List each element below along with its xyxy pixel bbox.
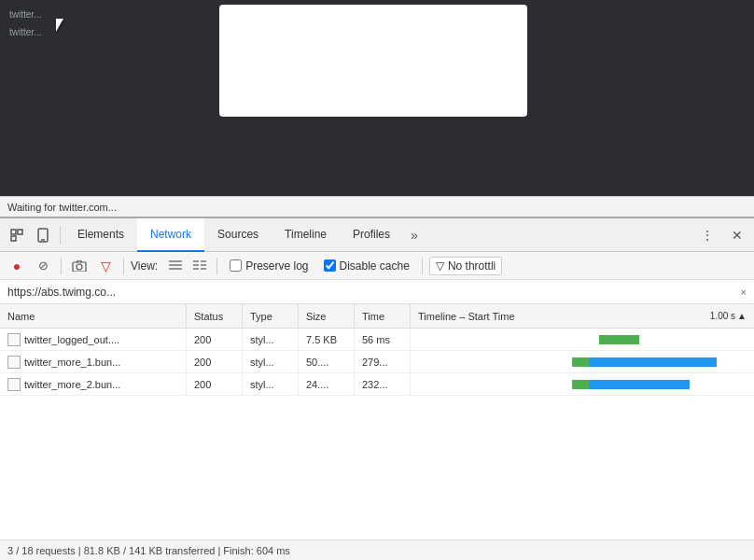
cell-time-2: 279... <box>355 351 411 372</box>
list-view-button[interactable] <box>165 256 186 276</box>
camera-button[interactable] <box>68 255 91 277</box>
tab-network[interactable]: Network <box>137 218 204 252</box>
cell-name-3: twitter_more_2.bun... <box>0 373 187 395</box>
devtools-right-controls: ⋮ ✕ <box>694 222 750 248</box>
file-icon-2 <box>7 356 21 369</box>
svg-rect-2 <box>11 236 16 241</box>
table-header-row: Name Status Type Size Time Timeline – St… <box>0 304 754 329</box>
cell-status-3: 200 <box>187 373 243 395</box>
cell-type-2: styl... <box>243 351 299 372</box>
throttle-dropdown[interactable]: ▽ No throttli <box>429 257 502 275</box>
browser-viewport: twitter... twitter... <box>0 0 754 196</box>
url-close-button[interactable]: × <box>741 287 747 298</box>
cell-timeline-1 <box>411 329 754 350</box>
cell-size-2: 50.... <box>299 351 355 372</box>
devtools-close-button[interactable]: ✕ <box>724 222 750 248</box>
cell-type-1: styl... <box>243 329 299 350</box>
watermark: ☆ Java基基 <box>684 519 745 534</box>
watermark-text: Java基基 <box>703 520 745 534</box>
toolbar-divider-2 <box>123 258 124 274</box>
toolbar-divider-4 <box>422 258 423 274</box>
cell-timeline-2 <box>411 351 754 372</box>
mobile-view-button[interactable] <box>30 222 56 248</box>
cell-time-3: 232... <box>355 373 411 395</box>
cell-size-1: 7.5 KB <box>299 329 355 350</box>
cell-status-2: 200 <box>187 351 243 372</box>
tab-profiles[interactable]: Profiles <box>340 218 403 252</box>
cell-time-1: 56 ms <box>355 329 411 350</box>
url-text: https://abs.twimg.co... <box>7 286 735 299</box>
toolbar-divider-3 <box>216 258 217 274</box>
browser-status-bar: Waiting for twitter.com... <box>0 196 754 217</box>
cell-name-1: twitter_logged_out.... <box>0 329 187 350</box>
cell-status-1: 200 <box>187 329 243 350</box>
cell-size-3: 24.... <box>299 373 355 395</box>
url-filter-bar: https://abs.twimg.co... × <box>0 280 754 304</box>
detail-view-button[interactable] <box>189 256 210 276</box>
tab-elements[interactable]: Elements <box>64 218 137 252</box>
network-status-footer: 3 / 18 requests | 81.8 KB / 141 KB trans… <box>0 539 754 560</box>
file-icon-1 <box>7 333 21 346</box>
svg-point-6 <box>77 264 82 270</box>
tab-timeline[interactable]: Timeline <box>272 218 340 252</box>
stop-button[interactable]: ⊘ <box>32 255 54 277</box>
table-row[interactable]: twitter_logged_out.... 200 styl... 7.5 K… <box>0 329 754 351</box>
tab-sources[interactable]: Sources <box>204 218 272 252</box>
footer-text: 3 / 18 requests | 81.8 KB / 141 KB trans… <box>7 545 290 556</box>
popup-modal <box>219 5 527 117</box>
table-row[interactable]: twitter_more_2.bun... 200 styl... 24....… <box>0 373 754 396</box>
col-header-timeline: Timeline – Start Time 1.00 s ▲ <box>411 304 754 328</box>
col-header-type: Type <box>243 304 299 328</box>
network-toolbar: ● ⊘ ▽ View: <box>0 252 754 280</box>
more-tabs-button[interactable]: » <box>403 218 426 252</box>
table-empty-area <box>0 396 754 539</box>
inspect-element-button[interactable] <box>4 222 30 248</box>
table-row[interactable]: twitter_more_1.bun... 200 styl... 50....… <box>0 351 754 373</box>
col-header-status: Status <box>187 304 243 328</box>
cell-timeline-3 <box>411 373 754 395</box>
browser-background-text: twitter... twitter... <box>9 9 41 37</box>
watermark-icon: ☆ <box>684 519 699 534</box>
devtools-menu-button[interactable]: ⋮ <box>694 222 720 248</box>
network-requests-table: Name Status Type Size Time Timeline – St… <box>0 304 754 539</box>
col-header-name: Name <box>0 304 187 328</box>
file-icon-3 <box>7 378 21 391</box>
status-text: Waiting for twitter.com... <box>7 202 117 213</box>
col-header-time: Time <box>355 304 411 328</box>
cell-type-3: styl... <box>243 373 299 395</box>
col-header-size: Size <box>299 304 355 328</box>
sort-arrow-icon: ▲ <box>737 311 747 321</box>
record-button[interactable]: ● <box>6 255 28 277</box>
svg-rect-1 <box>18 230 22 234</box>
toolbar-divider-1 <box>61 258 62 274</box>
devtools-tab-bar: Elements Network Sources Timeline Profil… <box>0 218 754 252</box>
preserve-log-checkbox[interactable]: Preserve log <box>230 259 308 273</box>
disable-cache-checkbox[interactable]: Disable cache <box>324 259 410 273</box>
devtools-panel: Elements Network Sources Timeline Profil… <box>0 217 754 560</box>
svg-rect-0 <box>11 230 16 234</box>
view-label: View: <box>131 259 158 273</box>
filter-button[interactable]: ▽ <box>94 255 117 277</box>
cell-name-2: twitter_more_1.bun... <box>0 351 187 372</box>
tab-separator <box>60 226 61 245</box>
